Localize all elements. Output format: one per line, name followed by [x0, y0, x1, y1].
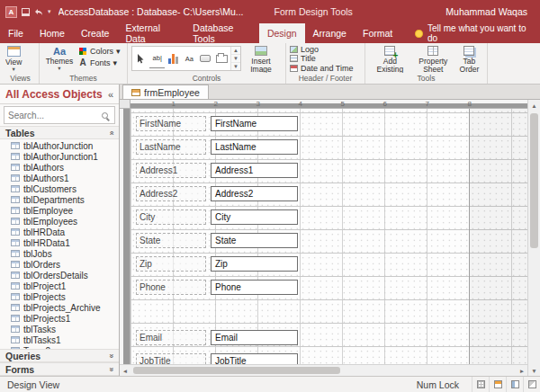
- ribbon-tab[interactable]: Design: [259, 23, 305, 43]
- chart-control-icon[interactable]: [166, 49, 181, 68]
- field-textbox-control[interactable]: Address1: [211, 163, 298, 178]
- ribbon-tab[interactable]: Create: [73, 23, 118, 43]
- sidebar-item-table[interactable]: tblCustomers: [0, 183, 119, 194]
- sidebar-item-table[interactable]: tblOrdersDetails: [0, 270, 119, 281]
- form-view-button[interactable]: [489, 377, 506, 392]
- logo-icon: [290, 46, 298, 53]
- field-label-control[interactable]: LastName: [136, 139, 206, 155]
- logo-button[interactable]: Logo: [290, 45, 319, 54]
- colors-button[interactable]: Colors ▾: [78, 45, 121, 57]
- collapse-pane-icon[interactable]: «: [108, 89, 113, 100]
- textbox-control-icon[interactable]: ab|: [149, 49, 165, 68]
- button-control-icon[interactable]: [198, 49, 213, 68]
- field-textbox-control[interactable]: Phone: [211, 280, 298, 295]
- title-button[interactable]: Title: [290, 54, 316, 63]
- search-input[interactable]: [4, 111, 102, 120]
- field-label-control[interactable]: Address1: [136, 163, 206, 178]
- themes-button[interactable]: Aa Themes ▾: [43, 45, 76, 71]
- ribbon-tab[interactable]: Arrange: [305, 23, 355, 43]
- field-label-control[interactable]: Address2: [136, 186, 206, 201]
- horizontal-scrollbar[interactable]: ◄ ►: [120, 364, 527, 376]
- field-label-control[interactable]: Email: [136, 330, 206, 345]
- controls-gallery[interactable]: ab| Aa ▲ ▼ ▼: [131, 46, 241, 71]
- vertical-scrollbar[interactable]: ▲ ▼: [527, 100, 540, 376]
- scroll-down-icon[interactable]: ▼: [528, 365, 540, 376]
- sidebar-item-table[interactable]: tblProjects1: [0, 313, 119, 324]
- sidebar-item-table[interactable]: tblJobs: [0, 248, 119, 259]
- scroll-up-icon[interactable]: ▲: [528, 100, 540, 111]
- layout-view-button[interactable]: [506, 377, 523, 392]
- add-existing-fields-button[interactable]: Add Existing Fields: [369, 45, 411, 73]
- sidebar-item-table[interactable]: tblAuthors1: [0, 173, 119, 183]
- sidebar-item-table[interactable]: tblProjects_Archive: [0, 302, 119, 313]
- sidebar-item-table[interactable]: tblDepartments: [0, 194, 119, 205]
- table-icon: [11, 315, 20, 322]
- field-label-control[interactable]: State: [136, 233, 206, 248]
- date-time-button[interactable]: Date and Time: [290, 64, 354, 73]
- section-header-tables[interactable]: Tables »: [0, 126, 119, 139]
- field-textbox-control[interactable]: City: [211, 209, 298, 225]
- signed-in-user[interactable]: Muhammad Waqas: [446, 6, 527, 17]
- sidebar-item-table[interactable]: tblProjects: [0, 291, 119, 302]
- ribbon-tab[interactable]: Database Tools: [184, 23, 259, 43]
- field-label-control[interactable]: JobTitle: [136, 353, 206, 364]
- fonts-button[interactable]: A Fonts ▾: [78, 57, 121, 68]
- section-header-queries[interactable]: Queries »: [0, 349, 119, 362]
- insert-image-button[interactable]: Insert Image ▾: [244, 45, 278, 73]
- view-button[interactable]: View ▾: [5, 45, 22, 72]
- sidebar-item-table[interactable]: tblTasks1: [0, 334, 119, 345]
- qat-customize-icon[interactable]: ▾: [48, 8, 51, 15]
- design-view-button[interactable]: [523, 377, 540, 392]
- ribbon-tab[interactable]: Format: [355, 23, 400, 43]
- access-app-icon[interactable]: A: [5, 6, 17, 18]
- sidebar-item-table[interactable]: tblAuthorJunction: [0, 140, 119, 151]
- document-tab-frmEmployee[interactable]: frmEmployee: [122, 85, 209, 99]
- ribbon-tab[interactable]: Home: [32, 23, 73, 43]
- section-header-forms[interactable]: Forms »: [0, 362, 119, 376]
- tab-control-icon[interactable]: [214, 49, 230, 68]
- sidebar-item-table[interactable]: tblOrders: [0, 259, 119, 270]
- sidebar-item-table[interactable]: tblTasks: [0, 324, 119, 334]
- horizontal-ruler[interactable]: 1 2 3 4 5 6: [130, 100, 527, 109]
- field-label-control[interactable]: Phone: [136, 280, 206, 295]
- field-textbox-control[interactable]: Zip: [211, 256, 298, 272]
- datasheet-view-button[interactable]: [472, 377, 489, 392]
- tell-me-box[interactable]: Tell me what you want to do: [410, 23, 540, 43]
- scroll-right-icon[interactable]: ►: [517, 368, 527, 374]
- sidebar-item-table[interactable]: tblHRData1: [0, 237, 119, 248]
- gallery-scroll-up-icon[interactable]: ▲: [231, 47, 240, 54]
- field-textbox-control[interactable]: JobTitle: [211, 353, 298, 364]
- gallery-more-icon[interactable]: ▼: [231, 62, 240, 70]
- gallery-scrollbar[interactable]: ▲ ▼ ▼: [230, 47, 240, 70]
- sidebar-item-table[interactable]: tblProject1: [0, 281, 119, 291]
- sidebar-item-table[interactable]: tblHRData: [0, 227, 119, 237]
- field-label-control[interactable]: City: [136, 209, 206, 225]
- vertical-ruler[interactable]: [120, 109, 130, 364]
- save-icon[interactable]: [22, 8, 30, 16]
- navigation-pane-header[interactable]: All Access Objects «: [0, 85, 119, 104]
- select-pointer-icon[interactable]: [133, 49, 148, 68]
- sidebar-item-table[interactable]: tblAuthorJunction1: [0, 151, 119, 162]
- vertical-scroll-thumb[interactable]: [530, 113, 538, 248]
- gallery-scroll-down-icon[interactable]: ▼: [231, 54, 240, 62]
- field-textbox-control[interactable]: LastName: [211, 139, 298, 155]
- field-textbox-control[interactable]: FirstName: [211, 116, 298, 131]
- sidebar-item-table[interactable]: tblAuthors: [0, 162, 119, 173]
- field-label-control[interactable]: Zip: [136, 256, 206, 272]
- label-control-icon[interactable]: Aa: [182, 49, 197, 68]
- search-box[interactable]: [4, 106, 115, 124]
- property-sheet-button[interactable]: Property Sheet: [414, 45, 453, 73]
- scroll-left-icon[interactable]: ◄: [120, 368, 130, 374]
- sidebar-item-table[interactable]: tblEmployee: [0, 205, 119, 216]
- tab-file[interactable]: File: [0, 23, 32, 43]
- tab-order-button[interactable]: Tab Order: [455, 45, 483, 73]
- field-textbox-control[interactable]: Email: [211, 330, 298, 345]
- field-label-control[interactable]: FirstName: [136, 116, 206, 131]
- ribbon-tab[interactable]: External Data: [117, 23, 184, 43]
- form-design-surface[interactable]: FirstName FirstName LastName LastName: [130, 109, 527, 364]
- horizontal-scroll-thumb[interactable]: [133, 367, 340, 374]
- undo-icon[interactable]: [34, 8, 43, 16]
- field-textbox-control[interactable]: State: [211, 233, 298, 248]
- field-textbox-control[interactable]: Address2: [211, 186, 298, 201]
- sidebar-item-table[interactable]: tblEmployees: [0, 216, 119, 227]
